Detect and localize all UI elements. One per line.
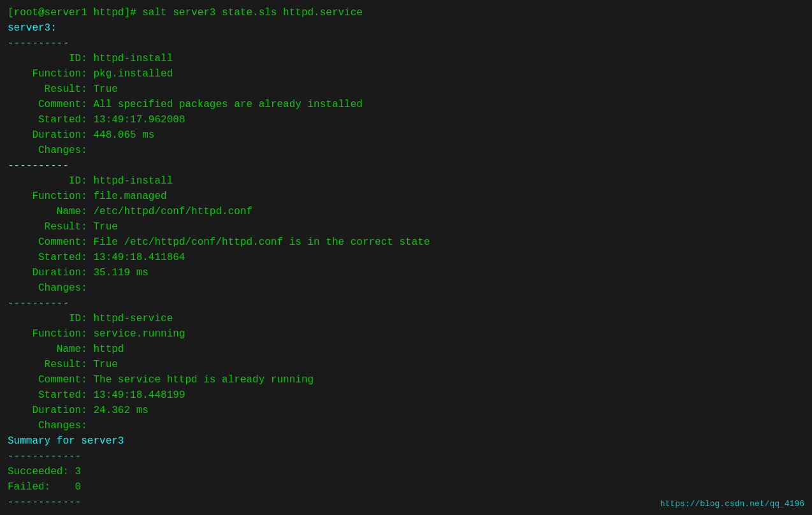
terminal-output: server3:---------- ID: httpd-install Fun… xyxy=(8,20,804,510)
terminal-line: Changes: xyxy=(8,280,804,296)
terminal-container: [root@server1 httpd]# salt server3 state… xyxy=(8,5,804,20)
terminal-line: ---------- xyxy=(8,296,804,311)
terminal-line: Started: 13:49:18.411864 xyxy=(8,250,804,265)
terminal-line: Changes: xyxy=(8,418,804,433)
terminal-line: Function: pkg.installed xyxy=(8,66,804,82)
terminal-line: ID: httpd-install xyxy=(8,173,804,189)
terminal-line: Failed: 0 xyxy=(8,479,804,495)
terminal-line: Name: /etc/httpd/conf/httpd.conf xyxy=(8,204,804,219)
terminal-line: Succeeded: 3 xyxy=(8,464,804,479)
terminal-line: Result: True xyxy=(8,357,804,372)
terminal-line: Changes: xyxy=(8,143,804,158)
terminal-line: Duration: 35.119 ms xyxy=(8,265,804,280)
terminal-line: Comment: All specified packages are alre… xyxy=(8,97,804,112)
terminal-line: ID: httpd-install xyxy=(8,51,804,66)
watermark: https://blog.csdn.net/qq_4196 xyxy=(660,499,804,509)
terminal-line: Started: 13:49:18.448199 xyxy=(8,388,804,403)
terminal-line: Comment: The service httpd is already ru… xyxy=(8,372,804,388)
terminal-line: Function: file.managed xyxy=(8,189,804,204)
terminal-line: Comment: File /etc/httpd/conf/httpd.conf… xyxy=(8,235,804,250)
terminal-line: Result: True xyxy=(8,219,804,235)
terminal-line: Summary for server3 xyxy=(8,433,804,449)
terminal-line: Result: True xyxy=(8,82,804,97)
terminal-line: Name: httpd xyxy=(8,342,804,357)
terminal-line: Duration: 24.362 ms xyxy=(8,403,804,418)
terminal-line: ------------ xyxy=(8,449,804,464)
terminal-line: ---------- xyxy=(8,158,804,173)
terminal-line: server3: xyxy=(8,20,804,36)
terminal-line: Function: service.running xyxy=(8,326,804,342)
prompt-line: [root@server1 httpd]# salt server3 state… xyxy=(8,5,804,20)
terminal-line: Started: 13:49:17.962008 xyxy=(8,112,804,127)
terminal-line: Duration: 448.065 ms xyxy=(8,127,804,143)
terminal-line: ID: httpd-service xyxy=(8,311,804,326)
terminal-line: ---------- xyxy=(8,36,804,51)
